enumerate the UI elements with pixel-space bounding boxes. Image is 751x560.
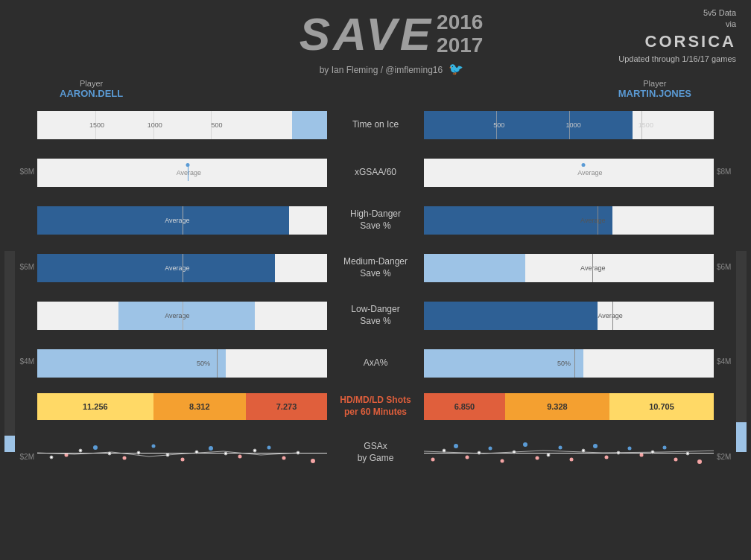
toi-right-1000: 1000 xyxy=(566,121,581,129)
toi-row: 1500 1000 500 Time on Ice 500 1000 1500 xyxy=(37,102,714,148)
xgsaa-label-text: xGSAA/60 xyxy=(355,167,396,177)
players-row: Player AARON.DELL Player MARTIN.JONES xyxy=(0,76,751,102)
hd-label: High-DangerSave % xyxy=(327,209,424,232)
player-right-name: MARTIN.JONES xyxy=(618,88,691,99)
gsax-right-trend xyxy=(424,430,714,475)
ld-label: Low-DangerSave % xyxy=(327,304,424,327)
salary-6m-right: $6M xyxy=(717,263,731,271)
salary-axis-left: $8M $6M $4M $2M xyxy=(15,102,37,504)
salary-4m-left: $4M xyxy=(20,357,34,366)
toi-left-500: 500 xyxy=(211,121,222,129)
shots-left: 11.256 8.312 7.273 xyxy=(37,393,327,420)
data-source-label: 5v5 Datavia xyxy=(618,7,736,31)
salary-8m-right: $8M xyxy=(717,168,731,176)
toi-right-1500: 1500 xyxy=(638,121,653,129)
axa-right-50: 50% xyxy=(557,360,571,367)
md-left: Average xyxy=(37,254,327,282)
axa-row: 50% AxA% 50% xyxy=(37,340,714,386)
toi-label: Time on Ice xyxy=(327,119,424,131)
md-label-text: Medium-DangerSave % xyxy=(343,256,408,279)
avg-dot-left xyxy=(186,163,190,167)
shots-left-ld: 7.273 xyxy=(246,393,327,420)
md-row: Average Medium-DangerSave % Average xyxy=(37,245,714,291)
shots-left-hd-val: 11.256 xyxy=(83,402,108,411)
byline: by Ian Fleming / @imfleming16 🐦 xyxy=(300,62,484,76)
toi-left-1000: 1000 xyxy=(148,121,162,129)
corsica-label: CORSICA xyxy=(618,31,736,54)
hd-row: Average High-DangerSave % Average xyxy=(37,197,714,244)
header-right: 5v5 Datavia CORSICA Updated through 1/16… xyxy=(618,7,736,65)
salary-bar-fill-left xyxy=(4,436,15,452)
hd-label-text: High-DangerSave % xyxy=(350,209,401,231)
ld-label-text: Low-DangerSave % xyxy=(351,304,399,326)
ld-right: Average xyxy=(424,302,714,330)
shots-right: 6.850 9.328 10.705 xyxy=(424,393,714,420)
salary-2m-left: $2M xyxy=(20,453,34,461)
player-right: Player MARTIN.JONES xyxy=(618,79,691,99)
gsax-right xyxy=(424,430,714,475)
xgsaa-left-avg: Average xyxy=(177,169,201,176)
salary-bar-right xyxy=(736,251,747,452)
md-label: Medium-DangerSave % xyxy=(327,256,424,279)
gsax-row: GSAxby Game xyxy=(37,427,714,479)
hd-left: Average xyxy=(37,206,327,235)
updated-label: Updated through 1/16/17 games xyxy=(618,54,736,65)
year-stack: 2016 2017 xyxy=(437,11,483,57)
gsax-label-text: GSAxby Game xyxy=(358,441,394,463)
salary-axis-right: $8M $6M $4M $2M xyxy=(714,102,736,504)
chart-area: $8M $6M $4M $2M 1500 1000 500 Time on Ic… xyxy=(0,102,751,504)
axa-right: 50% xyxy=(424,349,714,378)
shots-right-ld-val: 10.705 xyxy=(649,402,674,411)
salary-8m-left: $8M xyxy=(20,168,34,176)
shots-right-md-val: 9.328 xyxy=(547,402,568,411)
gsax-left-trend xyxy=(37,430,327,475)
shots-left-ld-val: 7.273 xyxy=(276,402,297,411)
toi-left: 1500 1000 500 xyxy=(37,111,327,139)
shots-right-md: 9.328 xyxy=(505,393,609,420)
salary-6m-left: $6M xyxy=(20,263,34,271)
xgsaa-left: Average xyxy=(37,159,327,187)
md-left-avg: Average xyxy=(165,264,189,272)
axa-left-50: 50% xyxy=(197,360,210,367)
shots-label: HD/MD/LD Shotsper 60 Minutes xyxy=(327,395,424,418)
salary-4m-right: $4M xyxy=(717,357,731,366)
year1: 2016 xyxy=(437,11,483,34)
ld-right-avg: Average xyxy=(598,312,622,319)
toi-right-500: 500 xyxy=(493,121,504,129)
shots-right-hd-val: 6.850 xyxy=(454,402,475,411)
year2: 2017 xyxy=(437,34,483,57)
hd-left-avg: Average xyxy=(165,217,189,224)
xgsaa-label: xGSAA/60 xyxy=(327,167,424,179)
shots-left-hd: 11.256 xyxy=(37,393,153,420)
player-right-label: Player xyxy=(618,79,691,88)
avg-dot-right xyxy=(581,163,585,167)
shots-label-text: HD/MD/LD Shotsper 60 Minutes xyxy=(340,395,411,417)
shots-left-md-val: 8.312 xyxy=(189,402,210,411)
xgsaa-row: Average xGSAA/60 Average xyxy=(37,150,714,196)
md-right: Average xyxy=(424,254,714,282)
hd-right: Average xyxy=(424,206,714,235)
toi-right: 500 1000 1500 xyxy=(424,111,714,139)
ld-row: Average Low-DangerSave % Average xyxy=(37,293,714,339)
hd-right-avg: Average xyxy=(580,217,605,224)
axa-left: 50% xyxy=(37,349,327,378)
header: SAVE 2016 2017 by Ian Fleming / @imflemi… xyxy=(0,0,751,76)
shots-left-md: 8.312 xyxy=(153,393,246,420)
salary-bar-left xyxy=(4,251,15,452)
ld-left: Average xyxy=(37,302,327,330)
ld-left-avg: Average xyxy=(165,312,189,319)
save-title: SAVE 2016 2017 xyxy=(300,7,484,60)
player-left-label: Player xyxy=(60,79,123,88)
gsax-left xyxy=(37,430,327,475)
xgsaa-right: Average xyxy=(424,159,714,187)
shots-right-ld: 10.705 xyxy=(609,393,714,420)
gsax-label: GSAxby Game xyxy=(327,441,424,464)
toi-label-text: Time on Ice xyxy=(352,119,399,130)
shots-row: 11.256 8.312 7.273 HD/MD/LD Shotsper 60 … xyxy=(37,388,714,425)
byline-text: by Ian Fleming / @imfleming16 xyxy=(320,65,443,75)
xgsaa-right-avg: Average xyxy=(577,169,602,176)
charts-container: 1500 1000 500 Time on Ice 500 1000 1500 xyxy=(37,102,714,504)
player-left: Player AARON.DELL xyxy=(60,79,123,99)
axa-label-text: AxA% xyxy=(364,357,388,368)
shots-right-hd: 6.850 xyxy=(424,393,505,420)
